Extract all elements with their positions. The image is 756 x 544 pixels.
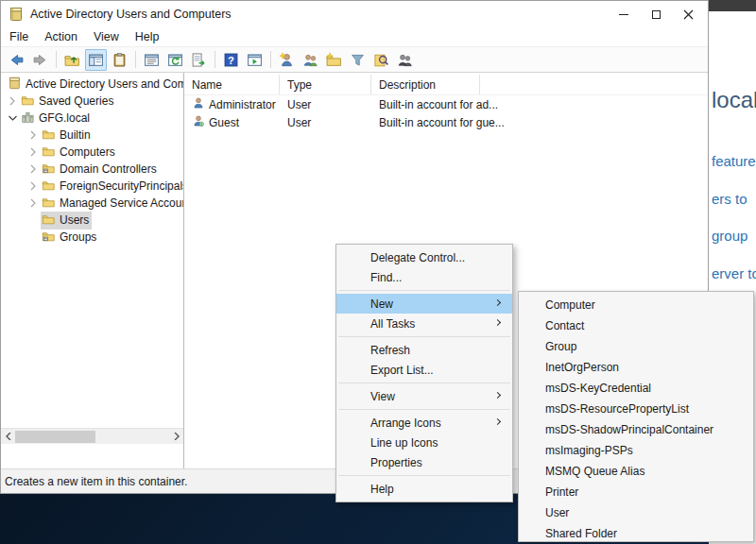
tree-item-label: Domain Controllers xyxy=(60,162,157,176)
submenu-item-inetorgperson[interactable]: InetOrgPerson xyxy=(519,357,753,378)
context-menu-item-delegate-control[interactable]: Delegate Control... xyxy=(336,247,512,267)
tree-item-computers[interactable]: Computers xyxy=(1,144,183,161)
background-text-fragment: feature xyxy=(712,153,756,169)
chevron-right-icon[interactable] xyxy=(26,144,41,160)
tree-node[interactable]: Managed Service Accour xyxy=(41,195,183,212)
clipboard-icon[interactable] xyxy=(109,49,130,71)
context-menu-item-arrange-icons[interactable]: Arrange Icons xyxy=(336,413,512,433)
tree-node[interactable]: Saved Queries xyxy=(20,93,116,110)
menu-file[interactable]: File xyxy=(9,30,28,43)
up-one-level-icon[interactable] xyxy=(61,49,83,71)
submenu-item-msds-keycredential[interactable]: msDS-KeyCredential xyxy=(519,378,753,399)
properties-window-icon[interactable] xyxy=(141,49,163,71)
submenu-item-printer[interactable]: Printer xyxy=(519,482,753,502)
context-menu-item-export-list[interactable]: Export List... xyxy=(336,360,512,380)
tree-node[interactable]: Computers xyxy=(41,144,118,162)
table-row[interactable]: AdministratorUserBuilt-in account for ad… xyxy=(184,95,708,113)
context-menu-item-properties[interactable]: Properties xyxy=(336,452,512,472)
refresh-icon[interactable] xyxy=(164,49,186,71)
tree-item-gfg-local[interactable]: GFG.local xyxy=(1,110,183,127)
menu-item-label: Arrange Icons xyxy=(370,416,441,430)
back-icon[interactable] xyxy=(6,49,27,71)
chevron-down-icon[interactable] xyxy=(5,110,20,126)
maximize-button[interactable] xyxy=(640,1,672,27)
menu-view[interactable]: View xyxy=(94,30,119,43)
close-button[interactable] xyxy=(672,1,704,27)
tree-node[interactable]: Active Directory Users and Com xyxy=(7,76,183,94)
forward-icon[interactable] xyxy=(29,49,51,71)
chevron-right-icon[interactable] xyxy=(26,178,41,194)
submenu-item-group[interactable]: Group xyxy=(519,336,753,357)
find-icon[interactable] xyxy=(370,49,392,71)
chevron-right-icon[interactable] xyxy=(26,128,41,143)
tree-item-builtin[interactable]: Builtin xyxy=(1,127,183,144)
submenu-item-user[interactable]: User xyxy=(519,502,753,523)
tree-node[interactable]: ForeignSecurityPrincipals xyxy=(41,178,183,196)
folder-icon xyxy=(42,196,56,212)
directory-book-icon xyxy=(9,7,24,22)
submenu-item-contact[interactable]: Contact xyxy=(519,315,753,336)
chevron-right-icon[interactable] xyxy=(5,94,20,109)
submenu-item-msimaging-psps[interactable]: msImaging-PSPs xyxy=(519,440,753,461)
menu-help[interactable]: Help xyxy=(135,30,160,43)
submenu-item-msds-resourcepropertylist[interactable]: msDS-ResourcePropertyList xyxy=(519,399,753,419)
column-header-description[interactable]: Description xyxy=(371,75,480,94)
chevron-right-icon[interactable] xyxy=(26,196,41,211)
svg-text:?: ? xyxy=(228,54,234,65)
context-menu-item-view[interactable]: View xyxy=(336,386,512,406)
submenu-item-msmq-queue-alias[interactable]: MSMQ Queue Alias xyxy=(519,461,753,482)
column-header-name[interactable]: Name xyxy=(184,75,280,94)
console-tree-pane: Active Directory Users and ComSaved Quer… xyxy=(1,73,184,468)
delegate-icon[interactable] xyxy=(394,49,416,71)
horizontal-scrollbar[interactable] xyxy=(1,428,183,444)
context-menu-item-help[interactable]: Help xyxy=(336,479,512,499)
tree-node[interactable]: GFG.local xyxy=(20,110,93,128)
menu-action[interactable]: Action xyxy=(44,30,77,43)
tree-item-saved-queries[interactable]: Saved Queries xyxy=(1,93,183,110)
folder-icon xyxy=(21,94,35,110)
submenu-item-msds-shadowprincipalcontainer[interactable]: msDS-ShadowPrincipalContainer xyxy=(519,419,753,440)
tree-item-managed-service-accour[interactable]: Managed Service Accour xyxy=(1,195,183,212)
toolbar-separator xyxy=(56,51,57,68)
table-row[interactable]: GuestUserBuilt-in account for gue... xyxy=(184,113,708,131)
new-user-icon[interactable] xyxy=(276,49,298,71)
tree-item-users[interactable]: Users xyxy=(1,212,183,229)
tree-node[interactable]: Builtin xyxy=(41,127,94,144)
menu-item-label: View xyxy=(370,390,395,403)
context-menu-item-new[interactable]: New xyxy=(336,294,512,314)
scrollbar-thumb[interactable] xyxy=(15,431,95,443)
background-text-fragment: erver to xyxy=(712,265,756,281)
filter-icon[interactable] xyxy=(347,49,369,71)
console-tree-icon[interactable] xyxy=(85,49,107,71)
tree-item-groups[interactable]: Groups xyxy=(1,229,183,246)
menu-item-label: msDS-KeyCredential xyxy=(545,382,651,395)
scroll-right-arrow-icon[interactable] xyxy=(169,429,183,444)
tree-node[interactable]: Users xyxy=(41,212,92,230)
submenu-item-shared-folder[interactable]: Shared Folder xyxy=(519,523,753,542)
new-ou-icon[interactable] xyxy=(323,49,345,71)
name-cell: Guest xyxy=(184,114,280,130)
context-menu-item-find[interactable]: Find... xyxy=(336,267,512,287)
context-menu-item-all-tasks[interactable]: All Tasks xyxy=(336,314,512,333)
show-window-icon[interactable] xyxy=(244,49,266,71)
help-icon[interactable]: ? xyxy=(220,49,242,71)
minimize-button[interactable] xyxy=(608,1,640,27)
new-group-icon[interactable] xyxy=(300,49,321,71)
tree-node[interactable]: Domain Controllers xyxy=(41,161,160,178)
chevron-right-icon[interactable] xyxy=(26,162,41,177)
user-icon xyxy=(192,96,205,112)
row-name: Guest xyxy=(209,116,239,129)
menu-item-label: MSMQ Queue Alias xyxy=(545,465,644,478)
tree-item-active-directory-users-and-com[interactable]: Active Directory Users and Com xyxy=(1,76,183,93)
tree-node[interactable]: Groups xyxy=(41,229,99,246)
menu-separator xyxy=(338,290,510,291)
submenu-item-computer[interactable]: Computer xyxy=(519,295,753,315)
list-column-headers: NameTypeDescription xyxy=(184,75,708,95)
context-menu-item-line-up-icons[interactable]: Line up Icons xyxy=(336,433,512,452)
export-list-icon[interactable] xyxy=(188,49,210,71)
tree-item-foreignsecurityprincipals[interactable]: ForeignSecurityPrincipals xyxy=(1,178,183,195)
scroll-left-arrow-icon[interactable] xyxy=(1,429,15,444)
column-header-type[interactable]: Type xyxy=(280,75,371,94)
context-menu-item-refresh[interactable]: Refresh xyxy=(336,340,512,360)
tree-item-domain-controllers[interactable]: Domain Controllers xyxy=(1,161,183,178)
